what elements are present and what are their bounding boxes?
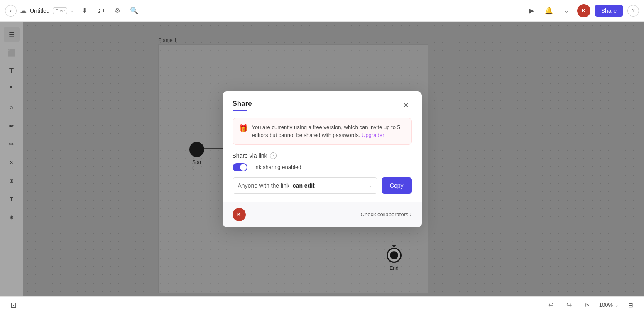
toggle-label: Link sharing enabled — [252, 164, 301, 170]
upgrade-banner: 🎁 You are currently using a free version… — [233, 118, 412, 145]
toggle-knob — [240, 164, 247, 171]
link-row: Anyone with the link can edit ⌄ Copy — [233, 177, 412, 194]
modal-close-button[interactable]: ✕ — [400, 100, 412, 111]
toolbar-right: ▶ 🔔 ⌄ K Share ? — [525, 4, 639, 17]
free-badge[interactable]: Free — [53, 7, 67, 14]
download-button[interactable]: ⬇ — [78, 4, 91, 17]
bottom-right: ↩ ↪ ⊳ 100% ⌄ ⊟ — [544, 298, 637, 312]
cloud-icon: ☁ — [20, 7, 27, 15]
share-modal: Share ✕ 🎁 You are currently using a free… — [223, 91, 422, 227]
bottom-left: ⊡ — [7, 298, 20, 312]
modal-footer: K Check collaborators › — [223, 202, 422, 227]
zoom-chevron-icon: ⌄ — [615, 302, 619, 308]
notification-button[interactable]: 🔔 — [542, 4, 556, 17]
modal-overlay: Share ✕ 🎁 You are currently using a free… — [0, 22, 644, 296]
undo-button[interactable]: ↩ — [544, 298, 558, 312]
upgrade-icon: 🎁 — [239, 124, 248, 133]
link-select-text: Anyone with the link can edit — [238, 182, 315, 189]
link-permission-select[interactable]: Anyone with the link can edit ⌄ — [233, 177, 377, 194]
footer-avatar: K — [233, 208, 246, 221]
title-chevron-icon[interactable]: ⌄ — [71, 8, 74, 13]
link-sharing-toggle[interactable] — [233, 163, 247, 171]
upgrade-text: You are currently using a free version, … — [252, 123, 406, 139]
share-help-icon[interactable]: ? — [270, 152, 277, 159]
modal-title: Share — [233, 100, 252, 108]
select-chevron-icon: ⌄ — [368, 183, 372, 188]
modal-title-underline — [233, 110, 247, 111]
layout-button[interactable]: ⊟ — [624, 298, 637, 312]
zoom-level: 100% — [599, 302, 613, 308]
chevron-down-button[interactable]: ⌄ — [560, 4, 573, 17]
redo-button[interactable]: ↪ — [563, 298, 576, 312]
back-button[interactable]: ‹ — [5, 5, 17, 17]
chevron-right-icon: › — [410, 212, 412, 218]
help-button[interactable]: ? — [627, 5, 639, 17]
tag-button[interactable]: 🏷 — [94, 4, 108, 17]
zoom-control[interactable]: 100% ⌄ — [599, 302, 619, 308]
modal-title-group: Share — [233, 100, 252, 111]
bottom-toolbar: ⊡ ↩ ↪ ⊳ 100% ⌄ ⊟ — [0, 296, 644, 313]
share-via-link-label: Share via link — [233, 152, 267, 159]
share-button[interactable]: Share — [595, 5, 623, 17]
modal-header: Share ✕ — [223, 91, 422, 111]
toggle-row: Link sharing enabled — [233, 163, 412, 171]
play-button[interactable]: ▶ — [525, 4, 538, 17]
fit-flag-icon[interactable]: ⊳ — [581, 298, 594, 312]
top-toolbar: ‹ ☁ Untitled Free ⌄ ⬇ 🏷 ⚙ 🔍 ▶ 🔔 ⌄ K Shar… — [0, 0, 644, 22]
share-via-link-row: Share via link ? — [233, 152, 412, 159]
doc-title: Untitled — [30, 7, 49, 14]
upgrade-link[interactable]: Upgrade↑ — [362, 132, 385, 138]
search-button[interactable]: 🔍 — [127, 4, 141, 17]
avatar[interactable]: K — [577, 4, 590, 17]
toolbar-left: ‹ ☁ Untitled Free ⌄ ⬇ 🏷 ⚙ 🔍 — [5, 4, 525, 17]
check-collaborators-button[interactable]: Check collaborators › — [361, 211, 412, 218]
settings-button[interactable]: ⚙ — [111, 4, 124, 17]
copy-button[interactable]: Copy — [382, 177, 412, 194]
check-collaborators-label: Check collaborators — [361, 211, 409, 218]
bottom-icon-left[interactable]: ⊡ — [7, 298, 20, 312]
modal-body: 🎁 You are currently using a free version… — [223, 111, 422, 194]
